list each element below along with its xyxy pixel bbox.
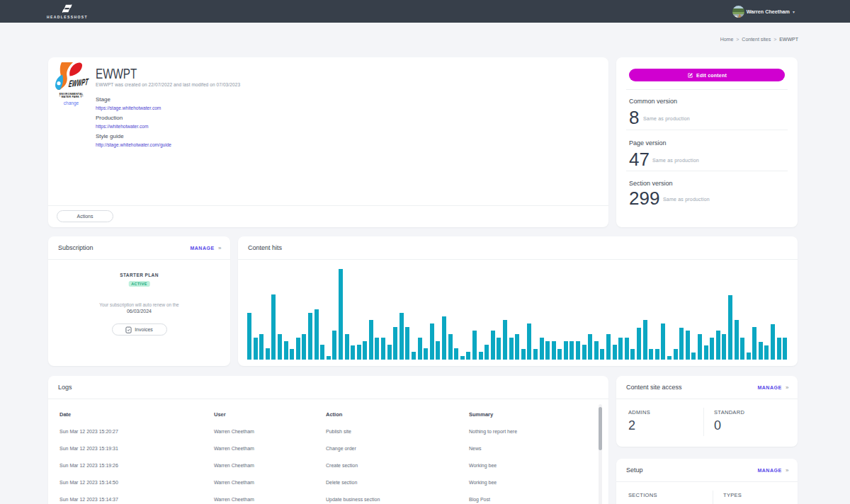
- svg-text:EWWPT: EWWPT: [68, 76, 89, 89]
